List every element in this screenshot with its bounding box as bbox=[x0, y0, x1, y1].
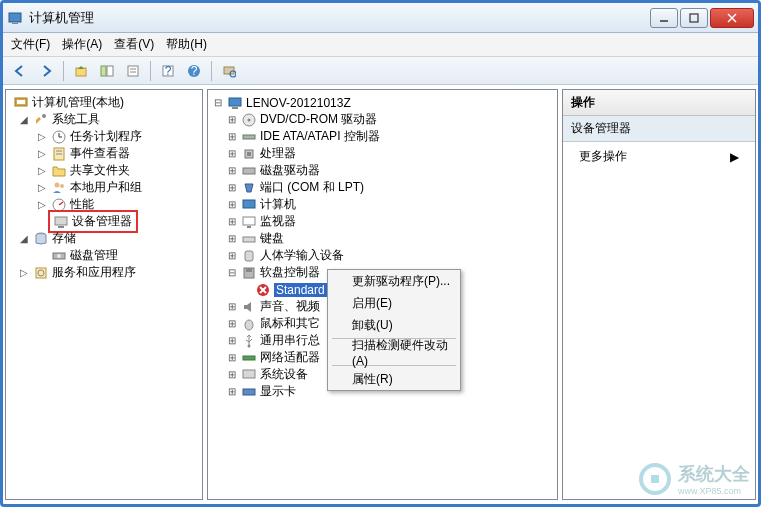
svg-rect-3 bbox=[690, 14, 698, 22]
main-window: 计算机管理 文件(F) 操作(A) 查看(V) 帮助(H) ? ? bbox=[0, 0, 761, 507]
hid-icon bbox=[241, 248, 257, 264]
expand-icon[interactable]: ▷ bbox=[18, 267, 30, 279]
menu-help[interactable]: 帮助(H) bbox=[166, 36, 207, 53]
svg-rect-47 bbox=[243, 217, 255, 225]
device-hid[interactable]: ⊞人体学输入设备 bbox=[210, 247, 555, 264]
more-actions-item[interactable]: 更多操作 ▶ bbox=[563, 142, 755, 171]
ide-icon bbox=[241, 129, 257, 145]
services-icon bbox=[33, 265, 49, 281]
tools-icon bbox=[33, 112, 49, 128]
menu-view[interactable]: 查看(V) bbox=[114, 36, 154, 53]
svg-rect-45 bbox=[243, 168, 255, 174]
menu-properties[interactable]: 属性(R) bbox=[328, 368, 460, 390]
collapse-icon[interactable]: ⊟ bbox=[226, 267, 238, 279]
svg-rect-1 bbox=[12, 23, 18, 24]
show-hide-tree-button[interactable] bbox=[96, 60, 118, 82]
sound-icon bbox=[241, 299, 257, 315]
tree-device-manager[interactable]: 设备管理器 bbox=[8, 213, 200, 230]
expand-icon[interactable]: ▷ bbox=[36, 148, 48, 160]
tree-shared-folders[interactable]: ▷ 共享文件夹 bbox=[8, 162, 200, 179]
actions-panel: 操作 设备管理器 更多操作 ▶ bbox=[562, 89, 756, 500]
svg-rect-59 bbox=[243, 370, 255, 378]
svg-point-57 bbox=[248, 344, 251, 347]
tree-label: 人体学输入设备 bbox=[260, 247, 344, 264]
error-icon bbox=[255, 282, 271, 298]
expand-icon[interactable]: ⊞ bbox=[226, 233, 238, 245]
left-tree-panel: 计算机管理(本地) ◢ 系统工具 ▷ 任务计划程序 ▷ bbox=[5, 89, 203, 500]
menu-scan-hardware[interactable]: 扫描检测硬件改动(A) bbox=[328, 341, 460, 363]
expand-icon[interactable]: ⊞ bbox=[226, 335, 238, 347]
menu-action[interactable]: 操作(A) bbox=[62, 36, 102, 53]
back-button[interactable] bbox=[9, 60, 31, 82]
device-ide[interactable]: ⊞IDE ATA/ATAPI 控制器 bbox=[210, 128, 555, 145]
expand-icon[interactable]: ⊞ bbox=[226, 318, 238, 330]
tree-system-tools[interactable]: ◢ 系统工具 bbox=[8, 111, 200, 128]
device-disk[interactable]: ⊞磁盘驱动器 bbox=[210, 162, 555, 179]
expand-icon[interactable]: ⊞ bbox=[226, 182, 238, 194]
expand-icon[interactable]: ⊞ bbox=[226, 216, 238, 228]
device-keyboard[interactable]: ⊞键盘 bbox=[210, 230, 555, 247]
svg-rect-8 bbox=[107, 66, 113, 76]
collapse-icon[interactable]: ◢ bbox=[18, 233, 30, 245]
expand-icon[interactable]: ⊞ bbox=[226, 114, 238, 126]
forward-button[interactable] bbox=[35, 60, 57, 82]
expand-icon[interactable]: ▷ bbox=[36, 165, 48, 177]
expand-icon[interactable]: ▷ bbox=[36, 199, 48, 211]
svg-point-56 bbox=[245, 320, 253, 330]
device-monitor[interactable]: ⊞监视器 bbox=[210, 213, 555, 230]
monitor-icon bbox=[241, 214, 257, 230]
tree-disk-management[interactable]: 磁盘管理 bbox=[8, 247, 200, 264]
tree-root[interactable]: 计算机管理(本地) bbox=[8, 94, 200, 111]
expand-icon[interactable]: ⊞ bbox=[226, 301, 238, 313]
tree-event-viewer[interactable]: ▷ 事件查看器 bbox=[8, 145, 200, 162]
port-icon bbox=[241, 180, 257, 196]
minimize-button[interactable] bbox=[650, 8, 678, 28]
expand-icon[interactable]: ⊞ bbox=[226, 352, 238, 364]
device-root[interactable]: ⊟ LENOV-20121013Z bbox=[210, 94, 555, 111]
expand-icon[interactable]: ▷ bbox=[36, 182, 48, 194]
expand-icon[interactable]: ▷ bbox=[36, 131, 48, 143]
menu-enable[interactable]: 启用(E) bbox=[328, 292, 460, 314]
tree-label: IDE ATA/ATAPI 控制器 bbox=[260, 128, 380, 145]
properties-button[interactable] bbox=[122, 60, 144, 82]
tree-label: 存储 bbox=[52, 230, 76, 247]
expand-icon[interactable]: ⊞ bbox=[226, 131, 238, 143]
refresh-button[interactable]: ? bbox=[157, 60, 179, 82]
device-cpu[interactable]: ⊞处理器 bbox=[210, 145, 555, 162]
expand-icon[interactable]: ⊞ bbox=[226, 250, 238, 262]
expand-icon[interactable]: ⊞ bbox=[226, 386, 238, 398]
folder-icon bbox=[51, 163, 67, 179]
svg-rect-32 bbox=[58, 226, 64, 228]
svg-point-35 bbox=[57, 254, 61, 258]
device-manager-icon bbox=[53, 214, 69, 230]
tree-label: 设备管理器 bbox=[72, 213, 132, 230]
tree-label: 监视器 bbox=[260, 213, 296, 230]
menu-uninstall[interactable]: 卸载(U) bbox=[328, 314, 460, 336]
tree-task-scheduler[interactable]: ▷ 任务计划程序 bbox=[8, 128, 200, 145]
menu-file[interactable]: 文件(F) bbox=[11, 36, 50, 53]
close-button[interactable] bbox=[710, 8, 754, 28]
help-button[interactable]: ? bbox=[183, 60, 205, 82]
separator-icon bbox=[211, 61, 212, 81]
expand-icon[interactable]: ⊞ bbox=[226, 165, 238, 177]
maximize-button[interactable] bbox=[680, 8, 708, 28]
app-icon bbox=[7, 10, 23, 26]
mouse-icon bbox=[241, 316, 257, 332]
svg-rect-9 bbox=[128, 66, 138, 76]
svg-rect-0 bbox=[9, 13, 21, 22]
expand-icon[interactable]: ⊞ bbox=[226, 199, 238, 211]
separator-icon bbox=[150, 61, 151, 81]
tree-local-users[interactable]: ▷ 本地用户和组 bbox=[8, 179, 200, 196]
collapse-icon[interactable]: ◢ bbox=[18, 114, 30, 126]
device-computer[interactable]: ⊞计算机 bbox=[210, 196, 555, 213]
scan-hardware-button[interactable] bbox=[218, 60, 240, 82]
collapse-icon[interactable]: ⊟ bbox=[212, 97, 224, 109]
expand-icon[interactable]: ⊞ bbox=[226, 148, 238, 160]
device-ports[interactable]: ⊞端口 (COM 和 LPT) bbox=[210, 179, 555, 196]
menu-update-driver[interactable]: 更新驱动程序(P)... bbox=[328, 270, 460, 292]
tree-label: 磁盘驱动器 bbox=[260, 162, 320, 179]
expand-icon[interactable]: ⊞ bbox=[226, 369, 238, 381]
device-dvd[interactable]: ⊞DVD/CD-ROM 驱动器 bbox=[210, 111, 555, 128]
up-button[interactable] bbox=[70, 60, 92, 82]
tree-services[interactable]: ▷ 服务和应用程序 bbox=[8, 264, 200, 281]
